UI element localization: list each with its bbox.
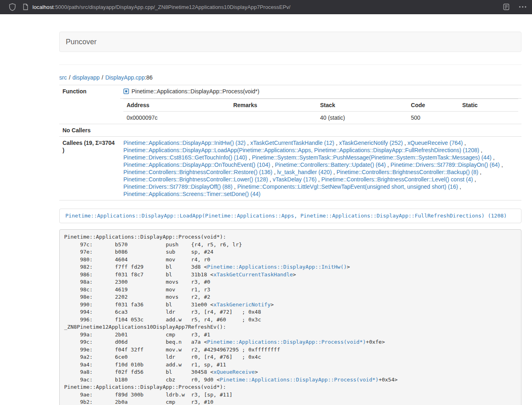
disassembly-symbol-link[interactable]: xQueueReceive (213, 369, 255, 375)
metrics-header-row: Address Remarks Stack Code Static (123, 99, 518, 112)
callee-link[interactable]: xQueueReceive (764) (407, 140, 463, 146)
callee-link[interactable]: Pinetime::Controllers::BrightnessControl… (123, 169, 272, 175)
code-value: 500 (408, 112, 459, 124)
static-value (459, 112, 518, 124)
url-path: :5000/path/src/displayapp/DisplayApp.cpp… (54, 4, 291, 10)
brand-link[interactable]: Puncover (66, 38, 97, 46)
disassembly-code: Pinetime::Applications::DisplayApp::Proc… (59, 229, 521, 405)
disassembly-symbol-link[interactable]: xTaskGenericNotify (213, 302, 271, 308)
callee-link[interactable]: Pinetime::Drivers::St7789::DisplayOff() … (123, 183, 233, 190)
symbol-details-table: Function Pinetime::Applications::Display… (59, 85, 521, 200)
function-name: Pinetime::Applications::DisplayApp::Proc… (131, 88, 259, 95)
breadcrumb-line-number: :86 (145, 74, 153, 81)
no-callers-label: No Callers (59, 124, 120, 137)
tracking-protection-shield-icon[interactable] (9, 3, 16, 11)
callee-link[interactable]: Pinetime::Controllers::BrightnessControl… (336, 169, 478, 175)
browser-toolbar: localhost:5000/path/src/displayapp/Displ… (0, 0, 532, 14)
function-label: Function (59, 85, 120, 124)
disassembly-symbol-link[interactable]: Pinetime::Applications::DisplayApp::Proc… (220, 377, 379, 383)
divider (59, 65, 521, 65)
callee-link[interactable]: Pinetime::Drivers::St7789::DisplayOn() (… (390, 162, 500, 168)
focused-symbol-link[interactable]: Pinetime::Applications::DisplayApp::Load… (65, 213, 507, 219)
callee-link[interactable]: Pinetime::Applications::Screens::Timer::… (123, 191, 261, 197)
symbol-type-icon (123, 88, 129, 96)
callees-label: Callees (19, Σ=3704 ) (59, 137, 120, 200)
page-container: Puncover src/displayapp/DisplayApp.cpp:8… (59, 32, 521, 405)
col-header-remarks: Remarks (230, 99, 317, 112)
callees-list: Pinetime::Applications::DisplayApp::Init… (120, 137, 521, 200)
col-header-code: Code (408, 99, 459, 112)
url-bar[interactable]: localhost:5000/path/src/displayapp/Displ… (32, 4, 291, 10)
stack-value: 40 (static) (317, 112, 408, 124)
callers-row: No Callers (59, 124, 521, 137)
url-host: localhost (32, 4, 54, 10)
callee-link[interactable]: Pinetime::Controllers::BrightnessControl… (321, 176, 473, 183)
breadcrumb-separator: / (67, 74, 73, 81)
overflow-menu-icon[interactable] (519, 6, 526, 8)
callee-link[interactable]: lv_task_handler (420) (277, 169, 332, 175)
disassembly-symbol-link[interactable]: Pinetime::Applications::DisplayApp::Proc… (207, 339, 366, 345)
col-header-static: Static (459, 99, 518, 112)
callee-link[interactable]: Pinetime::Controllers::BrightnessControl… (123, 176, 268, 183)
page-identity-icon[interactable] (23, 4, 28, 10)
disassembly-symbol-link[interactable]: Pinetime::Applications::DisplayApp::Init… (207, 264, 347, 270)
address-value: 0x0000097c (123, 112, 230, 124)
callee-link[interactable]: Pinetime::Applications::DisplayApp::Load… (123, 147, 479, 153)
metrics-cell: Address Remarks Stack Code Static 0x0000… (120, 99, 521, 124)
breadcrumb-separator: / (100, 74, 106, 81)
col-header-address: Address (123, 99, 230, 112)
callee-link[interactable]: Pinetime::Components::LittleVgl::SetNewT… (237, 183, 458, 190)
breadcrumb: src/displayapp/DisplayApp.cpp:86 (59, 74, 521, 81)
breadcrumb-link-displayapp[interactable]: displayapp (73, 74, 100, 81)
metrics-row: Address Remarks Stack Code Static 0x0000… (59, 99, 521, 124)
navbar: Puncover (59, 32, 521, 52)
focused-symbol-box: Pinetime::Applications::DisplayApp::Load… (59, 209, 521, 223)
breadcrumb-link-src[interactable]: src (59, 74, 67, 81)
callee-link[interactable]: Pinetime::Controllers::Battery::Update()… (275, 162, 386, 168)
reader-view-icon[interactable] (503, 4, 509, 10)
callee-link[interactable]: vTaskDelay (176) (273, 176, 317, 183)
function-name-cell: Pinetime::Applications::DisplayApp::Proc… (120, 85, 521, 99)
remarks-value (230, 112, 317, 124)
metrics-table: Address Remarks Stack Code Static 0x0000… (123, 99, 518, 124)
disassembly-symbol-link[interactable]: xTaskGetCurrentTaskHandle (213, 271, 293, 278)
breadcrumb-link-file[interactable]: DisplayApp.cpp (105, 74, 144, 81)
callee-link[interactable]: Pinetime::Applications::DisplayApp::Init… (123, 140, 246, 146)
metrics-value-row: 0x0000097c 40 (static) 500 (123, 112, 518, 124)
callees-row: Callees (19, Σ=3704 ) Pinetime::Applicat… (59, 137, 521, 200)
callee-link[interactable]: Pinetime::Applications::DisplayApp::OnTo… (123, 162, 270, 168)
function-row: Function Pinetime::Applications::Display… (59, 85, 521, 99)
callee-link[interactable]: xTaskGenericNotify (252) (339, 140, 403, 146)
callee-link[interactable]: xTaskGetCurrentTaskHandle (12) (250, 140, 334, 146)
callers-empty-cell (120, 124, 521, 137)
callee-link[interactable]: Pinetime::Drivers::Cst816S::GetTouchInfo… (123, 154, 247, 161)
col-header-stack: Stack (317, 99, 408, 112)
callee-link[interactable]: Pinetime::System::SystemTask::PushMessag… (252, 154, 492, 161)
